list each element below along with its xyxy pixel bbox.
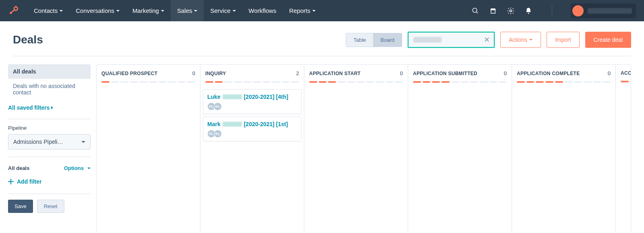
column-count: 0	[504, 70, 507, 76]
svg-point-4	[473, 8, 477, 12]
nav-reports[interactable]: Reports	[283, 0, 322, 21]
deal-card-title: Mark[2020-2021] [1st]	[207, 121, 297, 127]
board-column: ACC	[616, 65, 631, 233]
all-saved-filters-link[interactable]: All saved filters	[8, 100, 91, 117]
avatar: KL	[214, 102, 222, 110]
page-header: Deals Table Board ✕ Actions Import Creat…	[0, 21, 644, 56]
plus-icon	[8, 179, 14, 184]
column-count: 2	[296, 70, 299, 76]
board-column: INQUIRY2Luke[2020-2021] [4th]FLKLMark[20…	[200, 65, 304, 233]
chevron-right-icon	[51, 106, 53, 109]
column-count: 0	[608, 70, 611, 76]
deal-card[interactable]: Luke[2020-2021] [4th]FLKL	[203, 89, 301, 114]
chevron-down-icon	[81, 141, 85, 143]
svg-line-5	[476, 12, 478, 13]
actions-dropdown[interactable]: Actions	[500, 32, 541, 48]
search-value-redacted	[413, 37, 442, 43]
nav-conversations[interactable]: Conversations	[69, 0, 126, 21]
marketplace-icon[interactable]	[489, 7, 497, 15]
sidebar-all-deals[interactable]: All deals	[8, 64, 91, 79]
pipeline-select[interactable]: Admissions Pipeli…	[8, 134, 91, 149]
avatar	[572, 5, 584, 16]
deal-card[interactable]: Mark[2020-2021] [1st]FLKL	[203, 117, 301, 141]
notifications-bell-icon[interactable]	[524, 7, 533, 15]
avatar: KL	[214, 130, 222, 138]
card-avatars: FLKL	[207, 130, 297, 138]
settings-gear-icon[interactable]	[507, 7, 515, 15]
name-redacted	[223, 94, 242, 99]
hubspot-logo[interactable]	[8, 4, 19, 17]
deals-board: QUALIFIED PROSPECT0INQUIRY2Luke[2020-202…	[96, 64, 631, 233]
column-title: ACC	[621, 70, 631, 76]
column-count: 0	[192, 70, 195, 76]
all-deals-section-label: All deals	[8, 165, 29, 171]
account-menu[interactable]	[571, 4, 636, 18]
view-toggle: Table Board	[346, 33, 402, 47]
save-button[interactable]: Save	[8, 200, 33, 213]
column-title: QUALIFIED PROSPECT	[101, 71, 157, 76]
column-count: 0	[400, 70, 403, 76]
board-column: QUALIFIED PROSPECT0	[97, 65, 200, 233]
column-title: APPLICATION SUBMITTED	[413, 71, 477, 76]
create-deal-button[interactable]: Create deal	[585, 32, 631, 48]
filters-sidebar: All deals Deals with no associated conta…	[8, 64, 91, 233]
sidebar-no-contact[interactable]: Deals with no associated contact	[8, 79, 91, 100]
svg-point-7	[510, 10, 512, 12]
column-title: APPLICATION START	[309, 71, 361, 76]
nav-marketing[interactable]: Marketing	[126, 0, 171, 21]
pipeline-label: Pipeline	[8, 125, 91, 131]
nav-sales[interactable]: Sales	[171, 0, 204, 21]
column-title: APPLICATION COMPLETE	[517, 71, 580, 76]
svg-line-2	[12, 10, 15, 12]
deal-card-title: Luke[2020-2021] [4th]	[207, 94, 297, 100]
topbar-utilities	[471, 4, 636, 18]
column-title: INQUIRY	[205, 71, 226, 76]
nav-service[interactable]: Service	[204, 0, 242, 21]
search-icon[interactable]	[471, 7, 479, 15]
board-column: APPLICATION SUBMITTED0	[408, 65, 512, 233]
add-filter-button[interactable]: Add filter	[8, 178, 91, 185]
view-board-button[interactable]: Board	[373, 33, 402, 47]
nav-contacts[interactable]: Contacts	[27, 0, 69, 21]
card-avatars: FLKL	[207, 102, 297, 110]
svg-rect-6	[491, 10, 495, 13]
board-column: APPLICATION START0	[304, 65, 408, 233]
board-column: APPLICATION COMPLETE0	[512, 65, 616, 233]
view-table-button[interactable]: Table	[346, 33, 373, 47]
svg-point-8	[528, 12, 529, 14]
primary-nav: ContactsConversationsMarketingSalesServi…	[27, 0, 322, 21]
top-navbar: ContactsConversationsMarketingSalesServi…	[0, 0, 644, 21]
nav-workflows[interactable]: Workflows	[242, 0, 283, 21]
search-input[interactable]: ✕	[408, 32, 495, 48]
account-name-redacted	[588, 8, 632, 14]
options-dropdown[interactable]: Options	[64, 165, 91, 171]
page-title: Deals	[13, 33, 43, 46]
clear-search-icon[interactable]: ✕	[484, 35, 490, 44]
name-redacted	[223, 122, 242, 127]
import-button[interactable]: Import	[547, 32, 580, 48]
reset-button[interactable]: Reset	[37, 200, 64, 213]
